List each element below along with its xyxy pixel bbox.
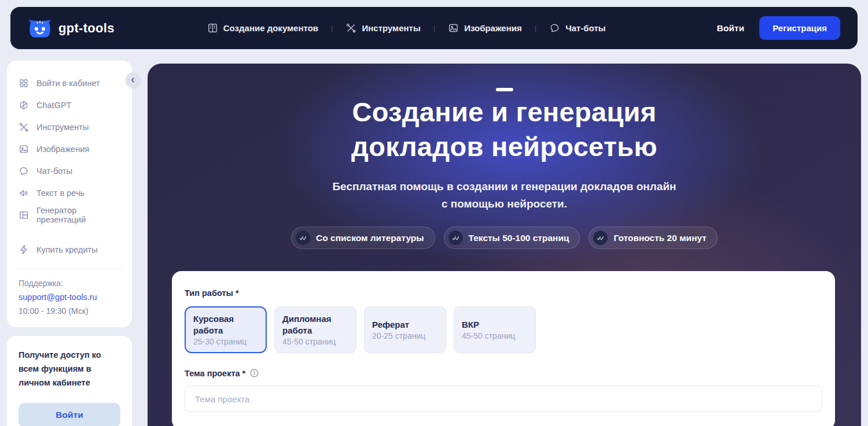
info-icon[interactable] <box>249 368 259 378</box>
option-title: Реферат <box>372 319 438 331</box>
documents-icon <box>207 23 218 34</box>
chatgpt-icon <box>19 100 29 110</box>
option-pages: 45-50 страниц <box>282 337 348 346</box>
page-title-line1: Создание и генерация <box>352 97 656 127</box>
logo-text: gpt-tools <box>58 21 115 36</box>
work-type-options: Курсовая работа 25-30 страниц Дипломная … <box>185 306 822 353</box>
page-title: Создание и генерация докладов нейросетью <box>148 95 861 164</box>
sidebar-divider <box>16 269 123 269</box>
work-type-option-vkr[interactable]: ВКР 45-50 страниц <box>454 306 536 353</box>
topic-input[interactable] <box>185 386 822 412</box>
hero-subtitle: Бесплатная помощь в создании и генерации… <box>331 178 678 212</box>
logo[interactable]: gpt-tools <box>28 17 115 40</box>
nav-divider: | <box>331 24 333 32</box>
nav-item-images[interactable]: Изображения <box>448 23 522 34</box>
main-nav: Создание документов | Инструменты | Изоб… <box>207 23 606 34</box>
option-pages: 20-25 страниц <box>372 331 438 340</box>
feature-pill-label: Тексты 50-100 страниц <box>469 233 569 243</box>
work-type-label: Тип работы * <box>185 288 822 298</box>
tools-icon <box>345 23 356 34</box>
chevron-left-icon <box>130 77 136 83</box>
option-pages: 25-30 страниц <box>193 337 258 346</box>
lightning-icon <box>19 245 29 255</box>
grid-icon <box>19 78 29 88</box>
tools-icon <box>19 122 29 132</box>
nav-item-chatbots[interactable]: Чат-боты <box>549 23 605 34</box>
nav-divider: | <box>433 24 435 32</box>
sidebar-item-buy-credits[interactable]: Купить кредиты <box>19 239 120 261</box>
promo-text: Получите доступ ко всем функциям в лично… <box>19 349 120 390</box>
sidebar-item-text-to-speech[interactable]: Текст в речь <box>19 182 120 204</box>
option-title: ВКР <box>462 319 528 331</box>
nav-divider: | <box>535 24 536 32</box>
promo-login-button[interactable]: Войти <box>19 403 120 426</box>
topic-label-row: Тема проекта * <box>185 368 822 378</box>
work-type-option-diploma[interactable]: Дипломная работа 45-50 страниц <box>274 306 356 353</box>
support-hours: 10:00 - 19:30 (Мск) <box>19 306 120 316</box>
hero-dash-decoration <box>496 88 513 91</box>
chat-icon <box>549 23 560 34</box>
feature-pills: Со списком литературы Тексты 50-100 стра… <box>148 227 861 249</box>
sidebar-item-label: Текст в речь <box>36 188 84 198</box>
feature-pill-pages: Тексты 50-100 страниц <box>444 227 580 249</box>
sidebar-item-images[interactable]: Изображения <box>19 138 120 160</box>
speaker-icon <box>19 188 29 198</box>
sidebar-item-label: Чат-боты <box>36 166 72 176</box>
sidebar-item-label: Войти в кабинет <box>36 79 100 88</box>
sidebar-item-chatgpt[interactable]: ChatGPT <box>19 94 120 116</box>
option-title: Дипломная работа <box>282 313 348 336</box>
nav-item-documents[interactable]: Создание документов <box>207 23 318 34</box>
robot-logo-icon <box>28 17 52 40</box>
feature-pill-label: Готовность 20 минут <box>613 233 706 243</box>
support-label: Поддержка: <box>19 279 120 288</box>
feature-pill-bibliography: Со списком литературы <box>291 227 435 249</box>
order-form-card: Тип работы * Курсовая работа 25-30 стран… <box>172 271 835 426</box>
double-check-icon <box>448 231 463 245</box>
sidebar-item-label: Инструменты <box>36 123 89 132</box>
option-pages: 45-50 страниц <box>462 331 528 340</box>
nav-item-label: Изображения <box>464 23 522 33</box>
nav-item-label: Инструменты <box>362 23 420 33</box>
sidebar-spacer <box>19 226 120 239</box>
nav-item-label: Чат-боты <box>565 23 605 33</box>
option-title: Курсовая работа <box>193 313 258 336</box>
image-icon <box>448 23 459 34</box>
nav-item-tools[interactable]: Инструменты <box>345 23 420 34</box>
sidebar-item-login[interactable]: Войти в кабинет <box>19 72 120 94</box>
sidebar-item-chatbots[interactable]: Чат-боты <box>19 160 120 182</box>
top-navbar: gpt-tools Создание документов | Инструме… <box>10 7 858 49</box>
sidebar-item-label: ChatGPT <box>36 101 71 110</box>
image-icon <box>19 144 29 154</box>
hero-section: Создание и генерация докладов нейросетью… <box>148 64 861 426</box>
login-link[interactable]: Войти <box>717 23 744 34</box>
page-title-line2: докладов нейросетью <box>351 131 657 162</box>
sidebar-item-label: Генератор презентаций <box>36 206 120 224</box>
sidebar-item-tools[interactable]: Инструменты <box>19 116 120 138</box>
sidebar-item-label: Купить кредиты <box>36 245 98 254</box>
double-check-icon <box>296 231 310 245</box>
header-actions: Войти Регистрация <box>717 16 840 40</box>
support-email-link[interactable]: support@gpt-tools.ru <box>19 292 120 302</box>
sidebar-menu-card: Войти в кабинет ChatGPT Инструменты Изоб… <box>7 61 132 327</box>
register-button[interactable]: Регистрация <box>759 16 840 40</box>
work-type-option-coursework[interactable]: Курсовая работа 25-30 страниц <box>185 306 267 353</box>
presentation-icon <box>19 210 29 220</box>
sidebar-promo-card: Получите доступ ко всем функциям в лично… <box>7 336 132 426</box>
feature-pill-label: Со списком литературы <box>316 233 424 243</box>
sidebar-item-presentations[interactable]: Генератор презентаций <box>19 204 120 226</box>
nav-item-label: Создание документов <box>223 23 318 33</box>
work-type-option-essay[interactable]: Реферат 20-25 страниц <box>364 306 446 353</box>
feature-pill-readiness: Готовность 20 минут <box>589 227 717 249</box>
sidebar-collapse-button[interactable] <box>126 73 140 87</box>
topic-label: Тема проекта * <box>185 369 245 378</box>
sidebar: Войти в кабинет ChatGPT Инструменты Изоб… <box>7 61 132 426</box>
sidebar-item-label: Изображения <box>36 145 89 154</box>
chat-icon <box>19 166 29 176</box>
double-check-icon <box>593 231 608 245</box>
